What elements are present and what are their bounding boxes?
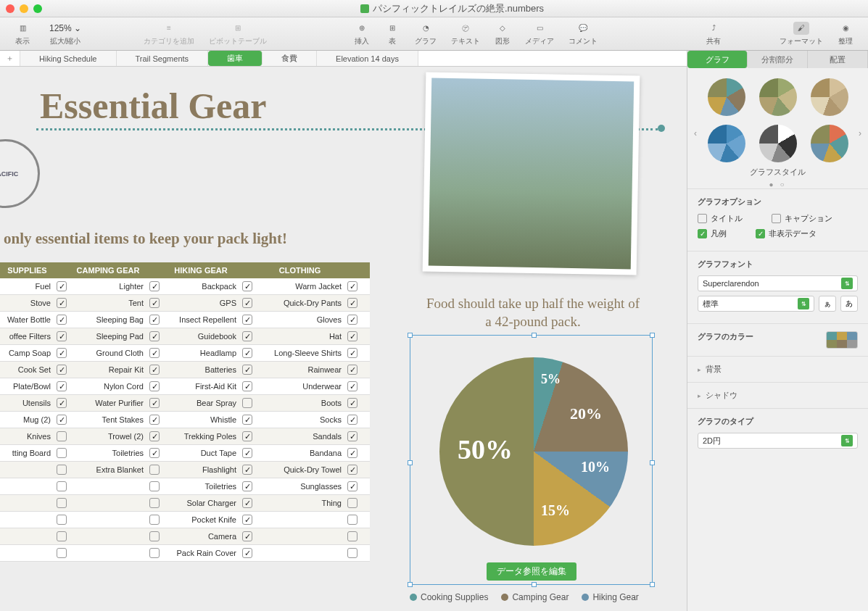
minimize-button[interactable] xyxy=(20,4,28,13)
pivot-table-button[interactable]: ⊞ピボットテーブル xyxy=(202,22,274,46)
checkbox-cell[interactable] xyxy=(149,515,160,525)
table-button[interactable]: ⊞表 xyxy=(377,22,408,46)
checkbox-cell[interactable]: ✓ xyxy=(242,531,252,541)
checkbox-cell[interactable]: ✓ xyxy=(149,431,160,441)
checkbox-cell[interactable]: ✓ xyxy=(149,415,160,425)
checkbox-cell[interactable]: ✓ xyxy=(149,348,160,358)
checkbox-cell[interactable]: ✓ xyxy=(57,331,67,341)
checkbox-cell[interactable]: ✓ xyxy=(242,498,252,508)
font-family-select[interactable]: Superclarendon⇅ xyxy=(698,275,858,291)
add-category-button[interactable]: ≡カテゴリを追加 xyxy=(136,22,202,46)
selection-handle[interactable] xyxy=(650,460,655,465)
text-button[interactable]: ㋐テキスト xyxy=(444,22,487,46)
table-row[interactable]: Fuel✓Lighter✓Backpack✓Warm Jacket✓ xyxy=(0,278,370,295)
chart-style-option[interactable] xyxy=(708,125,745,162)
selection-handle[interactable] xyxy=(408,460,413,465)
checkbox-cell[interactable]: ✓ xyxy=(347,365,357,375)
title-checkbox[interactable] xyxy=(698,214,707,223)
checkbox-cell[interactable]: ✓ xyxy=(57,348,67,358)
share-button[interactable]: ⤴共有 xyxy=(698,22,729,46)
zoom-select[interactable]: 125% ⌄拡大/縮小 xyxy=(38,22,93,46)
checkbox-cell[interactable] xyxy=(347,548,357,558)
selection-handle[interactable] xyxy=(650,582,655,587)
chart-legend[interactable]: Cooking Supplies Camping Gear Hiking Gea… xyxy=(410,592,639,602)
chart-style-option[interactable] xyxy=(811,125,848,162)
view-button[interactable]: ▥表示 xyxy=(7,22,38,46)
checkbox-cell[interactable] xyxy=(149,481,160,491)
checkbox-cell[interactable]: ✓ xyxy=(242,515,252,525)
checkbox-cell[interactable] xyxy=(57,465,67,475)
close-button[interactable] xyxy=(6,4,15,13)
table-row[interactable]: Camp Soap✓Ground Cloth✓Headlamp✓Long-Sle… xyxy=(0,345,370,362)
checkbox-cell[interactable]: ✓ xyxy=(242,348,252,358)
checkbox-cell[interactable]: ✓ xyxy=(347,331,357,341)
checkbox-cell[interactable]: ✓ xyxy=(242,548,252,558)
chart-style-option[interactable] xyxy=(811,78,848,116)
checkbox-cell[interactable]: ✓ xyxy=(347,381,357,391)
chart-color-button[interactable] xyxy=(826,331,858,349)
checkbox-cell[interactable]: ✓ xyxy=(242,481,252,491)
checkbox-cell[interactable]: ✓ xyxy=(149,315,160,325)
selection-handle[interactable] xyxy=(532,582,537,587)
pie-chart-selection[interactable]: 5% 20% 10% 15% 50% データ参照を編集 xyxy=(410,335,653,585)
table-row[interactable]: Solar Charger✓Thing xyxy=(0,495,370,512)
pie-chart[interactable]: 5% 20% 10% 15% 50% xyxy=(439,357,628,546)
checkbox-cell[interactable]: ✓ xyxy=(149,298,160,308)
sheet-tab-gear[interactable]: 歯車 xyxy=(208,51,263,66)
checkbox-cell[interactable] xyxy=(57,548,67,558)
checkbox-cell[interactable]: ✓ xyxy=(242,365,252,375)
insert-button[interactable]: ⊕挿入 xyxy=(347,22,377,46)
checkbox-cell[interactable]: ✓ xyxy=(57,298,67,308)
checkbox-cell[interactable]: ✓ xyxy=(57,398,67,408)
page-title[interactable]: Essential Gear xyxy=(40,85,266,127)
table-row[interactable]: Stove✓Tent✓GPS✓Quick-Dry Pants✓ xyxy=(0,295,370,312)
photo-caption[interactable]: Food should take up half the weight of a… xyxy=(424,295,642,331)
checkbox-cell[interactable]: ✓ xyxy=(242,298,252,308)
chart-type-select[interactable]: 2D円⇅ xyxy=(698,433,858,449)
selection-handle[interactable] xyxy=(650,333,655,338)
table-row[interactable]: Plate/Bowl✓Nylon Cord✓First-Aid Kit✓Unde… xyxy=(0,378,370,395)
edit-data-references-button[interactable]: データ参照を編集 xyxy=(487,562,576,581)
checkbox-cell[interactable]: ✓ xyxy=(242,465,252,475)
table-row[interactable]: Utensils✓Water Purifier✓Bear SprayBoots✓ xyxy=(0,395,370,412)
checkbox-cell[interactable]: ✓ xyxy=(347,415,357,425)
checkbox-cell[interactable] xyxy=(149,465,160,475)
checkbox-cell[interactable]: ✓ xyxy=(57,415,67,425)
checkbox-cell[interactable]: ✓ xyxy=(149,281,160,291)
chart-style-option[interactable] xyxy=(759,125,797,162)
add-sheet-button[interactable]: ＋ xyxy=(0,51,20,66)
checkbox-cell[interactable]: ✓ xyxy=(347,448,357,458)
checkbox-cell[interactable]: ✓ xyxy=(242,315,252,325)
checkbox-cell[interactable]: ✓ xyxy=(347,281,357,291)
checkbox-cell[interactable]: ✓ xyxy=(242,281,252,291)
chart-button[interactable]: ◔グラフ xyxy=(408,22,444,46)
table-row[interactable]: Water Bottle✓Sleeping Bag✓Insect Repelle… xyxy=(0,312,370,328)
inspector-tab-segments[interactable]: 分割部分 xyxy=(748,51,808,68)
checkbox-cell[interactable]: ✓ xyxy=(347,481,357,491)
sheet-canvas[interactable]: Essential Gear PACIFIC only essential it… xyxy=(0,67,687,611)
table-row[interactable]: Camera✓ xyxy=(0,528,370,545)
maximize-button[interactable] xyxy=(33,4,42,13)
font-larger-button[interactable]: あ xyxy=(840,296,858,312)
checkbox-cell[interactable]: ✓ xyxy=(347,398,357,408)
sheet-tab-hiking-schedule[interactable]: Hiking Schedule xyxy=(20,51,117,66)
checkbox-cell[interactable] xyxy=(57,515,67,525)
checkbox-cell[interactable]: ✓ xyxy=(242,431,252,441)
sheet-tab-elevation[interactable]: Elevation 14 days xyxy=(317,51,418,66)
checkbox-cell[interactable] xyxy=(347,531,357,541)
table-row[interactable]: tting BoardToiletries✓Duct Tape✓Bandana✓ xyxy=(0,445,370,462)
checkbox-cell[interactable] xyxy=(347,515,357,525)
chart-style-option[interactable] xyxy=(708,78,745,116)
table-row[interactable]: KnivesTrowel (2)✓Trekking Poles✓Sandals✓ xyxy=(0,428,370,445)
font-weight-select[interactable]: 標準⇅ xyxy=(698,296,814,312)
checkbox-cell[interactable]: ✓ xyxy=(149,331,160,341)
hero-photo[interactable] xyxy=(423,72,640,275)
sheet-tab-trail-segments[interactable]: Trail Segments xyxy=(117,51,209,66)
pacific-badge[interactable]: PACIFIC xyxy=(0,139,40,208)
page-subtitle[interactable]: only essential items to keep your pack l… xyxy=(4,230,287,248)
checkbox-cell[interactable]: ✓ xyxy=(57,281,67,291)
table-row[interactable]: Mug (2)✓Tent Stakes✓Whistle✓Socks✓ xyxy=(0,412,370,428)
inspector-tab-chart[interactable]: グラフ xyxy=(687,51,748,68)
chart-style-option[interactable] xyxy=(759,78,797,116)
checkbox-cell[interactable] xyxy=(242,398,252,408)
